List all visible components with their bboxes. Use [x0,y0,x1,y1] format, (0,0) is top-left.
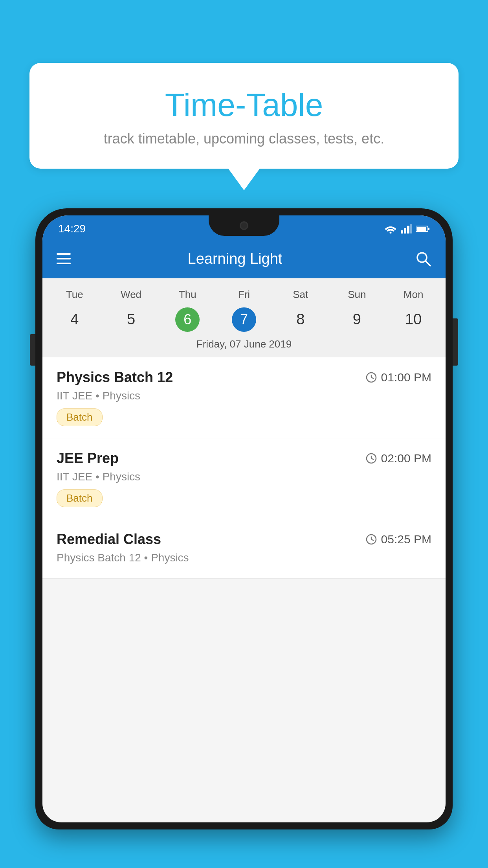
battery-icon [416,225,430,233]
svg-rect-3 [407,226,409,234]
day-5[interactable]: 5 [103,306,160,333]
phone-screen: 14:29 [42,215,446,822]
schedule-item-2-time: 02:00 PM [365,452,431,465]
svg-line-15 [371,458,374,460]
svg-point-8 [417,253,427,262]
svg-rect-1 [401,230,403,234]
day-header-fri: Fri [216,285,272,304]
schedule-item-3-title: Remedial Class [57,531,161,548]
schedule-item-2[interactable]: JEE Prep 02:00 PM IIT JEE • Physics Batc… [42,438,446,519]
day-header-wed: Wed [103,285,160,304]
calendar-strip: Tue Wed Thu Fri Sat Sun Mon 4 5 6 7 8 9 … [42,278,446,357]
bubble-title: Time-Table [53,86,435,123]
phone-frame: 14:29 [35,208,453,829]
wifi-icon [384,224,397,234]
batch-badge-1: Batch [57,408,103,426]
clock-icon-3 [365,533,377,545]
svg-line-18 [371,539,374,541]
batch-badge-2: Batch [57,489,103,507]
day-header-sat: Sat [272,285,329,304]
app-title: Learning Light [83,250,387,267]
schedule-item-1[interactable]: Physics Batch 12 01:00 PM IIT JEE • Phys… [42,357,446,438]
day-header-tue: Tue [46,285,103,304]
svg-rect-2 [404,228,406,234]
speech-bubble-section: Time-Table track timetable, upcoming cla… [29,63,459,190]
day-4[interactable]: 4 [46,306,103,333]
svg-line-12 [371,377,374,379]
schedule-item-2-meta: IIT JEE • Physics [57,471,431,483]
day-9[interactable]: 9 [329,306,385,333]
schedule-item-2-title: JEE Prep [57,450,119,467]
clock-icon-2 [365,452,377,464]
day-header-sun: Sun [329,285,385,304]
day-headers: Tue Wed Thu Fri Sat Sun Mon [42,285,446,304]
day-header-mon: Mon [385,285,442,304]
speech-bubble-card: Time-Table track timetable, upcoming cla… [29,63,459,169]
status-icons [384,224,430,234]
schedule-item-3[interactable]: Remedial Class 05:25 PM Physics Batch 12… [42,519,446,579]
schedule-item-2-header: JEE Prep 02:00 PM [57,450,431,467]
schedule-list: Physics Batch 12 01:00 PM IIT JEE • Phys… [42,357,446,579]
day-10[interactable]: 10 [385,306,442,333]
phone-notch [209,215,279,236]
svg-rect-6 [416,227,426,231]
schedule-item-1-header: Physics Batch 12 01:00 PM [57,369,431,386]
svg-point-0 [390,232,392,234]
bubble-arrow [228,169,260,190]
app-bar: Learning Light [42,239,446,278]
schedule-item-1-meta: IIT JEE • Physics [57,390,431,402]
selected-date-label: Friday, 07 June 2019 [42,333,446,357]
svg-line-9 [426,261,431,266]
phone-mockup: 14:29 [35,208,453,868]
hamburger-menu-button[interactable] [57,253,71,264]
signal-icon [401,224,412,234]
day-7-selected[interactable]: 7 [232,307,256,332]
day-header-thu: Thu [159,285,216,304]
svg-rect-7 [428,228,429,230]
day-8[interactable]: 8 [272,306,329,333]
schedule-item-3-meta: Physics Batch 12 • Physics [57,552,431,564]
status-time: 14:29 [58,223,86,235]
clock-icon-1 [365,371,377,383]
schedule-item-3-header: Remedial Class 05:25 PM [57,531,431,548]
day-6-today[interactable]: 6 [175,307,200,332]
day-numbers: 4 5 6 7 8 9 10 [42,306,446,333]
bubble-subtitle: track timetable, upcoming classes, tests… [53,131,435,147]
svg-rect-4 [410,224,412,234]
schedule-item-1-time: 01:00 PM [365,371,431,384]
search-icon[interactable] [415,250,431,267]
schedule-item-1-title: Physics Batch 12 [57,369,173,386]
schedule-item-3-time: 05:25 PM [365,533,431,546]
camera-dot [240,221,248,230]
